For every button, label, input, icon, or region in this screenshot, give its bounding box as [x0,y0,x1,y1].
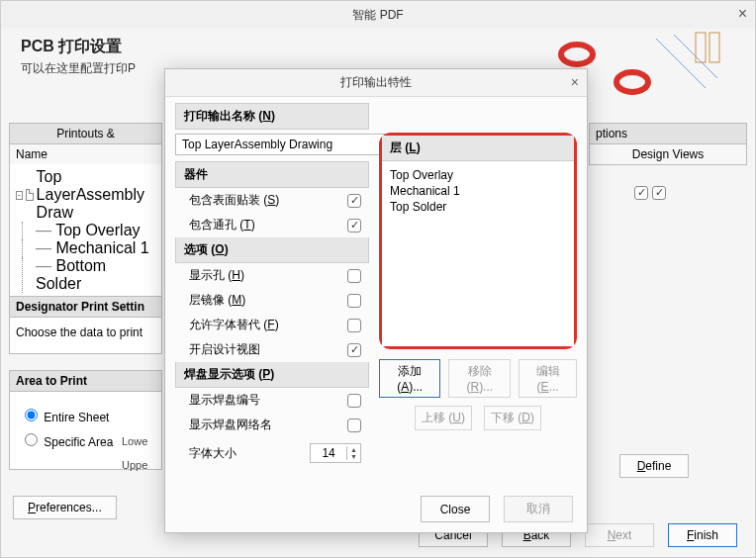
print-output-properties-dialog: 打印输出特性 × 打印输出名称 (N) 器件 包含表面贴装 (S) 包含通孔 (… [164,68,588,533]
move-down-button: 下移 (D) [484,406,541,430]
define-button[interactable]: Define [619,454,689,478]
designator-body: Choose the data to print [9,318,162,354]
opt-hole-check[interactable] [347,269,361,283]
area-header: Area to Print [9,370,162,392]
remove-layer-button: 移除 (R)... [448,359,511,398]
pads-section-header: 焊盘显示选项 (P) [175,362,369,388]
options-header: ptions [589,123,747,144]
page-title: PCB 打印设置 [21,37,122,57]
layers-list[interactable]: Top Overlay Mechanical 1 Top Solder [382,160,574,346]
layer-item[interactable]: Top Solder [390,199,566,215]
inner-title-bar: 打印输出特性 × [165,69,587,97]
preferences-button[interactable]: PPreferences...references... [13,496,117,519]
spin-up-icon[interactable]: ▲ [347,446,360,453]
name-header: Name [9,144,162,164]
design-view-check-2[interactable] [652,186,666,200]
tree-item[interactable]: Mechanical 1 [36,239,149,256]
svg-rect-5 [709,33,719,62]
layers-header: 层 (L) [382,136,574,160]
radio-entire-sheet[interactable]: Entire Sheet [20,406,151,424]
layer-item[interactable]: Mechanical 1 [390,183,566,199]
options-section-header: 选项 (O) [175,237,369,263]
opt-padnum-label: 显示焊盘编号 [189,392,260,409]
opt-padnet-check[interactable] [347,418,361,432]
radio-label: Entire Sheet [44,411,109,424]
opt-surface-label: 包含表面贴装 (S) [189,192,279,209]
inner-close-button[interactable]: Close [421,496,490,522]
spin-down-icon[interactable]: ▼ [347,453,360,460]
opt-through-check[interactable] [347,219,361,232]
designator-header: Designator Print Settin [9,296,162,318]
page-icon [26,189,34,201]
tree-root-1[interactable]: Top LayerAssembly Draw [37,168,155,222]
design-views-header: Design Views [589,144,747,165]
add-layer-button[interactable]: 添加 (A)... [379,359,440,398]
output-name-header: 打印输出名称 (N) [175,103,369,130]
inner-dialog-buttons: Close 取消 [421,496,573,522]
opt-designview-label: 开启设计视图 [189,341,260,358]
opt-designview-check[interactable] [347,343,361,357]
move-up-button: 上移 (U) [415,406,472,430]
opt-mirror-check[interactable] [347,294,361,308]
opt-mirror-label: 层镜像 (M) [189,292,245,309]
edit-layer-button: 编辑 (E... [519,359,577,398]
opt-surface-check[interactable] [347,194,361,208]
opt-padnet-label: 显示焊盘网络名 [189,417,272,433]
next-button: Next [585,523,654,547]
font-size-spinner[interactable]: ▲▼ [310,443,361,463]
radio-label: Specific Area [44,435,113,449]
svg-point-0 [561,45,593,64]
font-size-input[interactable] [311,444,346,462]
smart-pdf-window: 智能 PDF × PCB 打印设置 可以在这里配置打印P Printouts &… [0,0,756,558]
opt-padnum-check[interactable] [347,394,361,408]
tree-item[interactable]: Top Overlay [36,222,141,238]
outer-title: 智能 PDF [1,7,755,24]
close-icon[interactable]: × [738,5,747,23]
design-view-check-1[interactable] [634,186,648,200]
opt-through-label: 包含通孔 (T) [189,217,255,233]
outer-title-bar: 智能 PDF × [1,1,755,29]
finish-button[interactable]: Finish [668,523,737,547]
components-header: 器件 [175,161,369,188]
opt-hole-label: 显示孔 (H) [189,267,244,284]
layers-highlight-frame: 层 (L) Top Overlay Mechanical 1 Top Solde… [379,133,577,349]
opt-fontsub-label: 允许字体替代 (F) [189,317,279,333]
tree-item[interactable]: Bottom Solder [36,257,106,292]
options-panel: ptions Design Views [589,123,747,165]
svg-line-2 [656,39,706,88]
printouts-header: Printouts & [9,123,162,144]
font-size-label: 字体大小 [189,445,236,462]
corner-labels: Lowe Uppe [122,429,147,477]
inner-close-icon[interactable]: × [571,74,579,90]
outer-body: PCB 打印设置 可以在这里配置打印P Printouts & Name - T… [1,29,755,557]
collapse-icon[interactable]: - [16,191,23,200]
designator-panel: Designator Print Settin Choose the data … [9,296,162,354]
svg-point-1 [616,72,648,92]
design-views-checks [634,182,666,261]
inner-title: 打印输出特性 [165,74,587,91]
layer-item[interactable]: Top Overlay [390,167,566,183]
opt-fontsub-check[interactable] [347,319,361,332]
inner-cancel-button: 取消 [504,496,573,522]
page-subtitle: 可以在这里配置打印P [21,60,136,77]
